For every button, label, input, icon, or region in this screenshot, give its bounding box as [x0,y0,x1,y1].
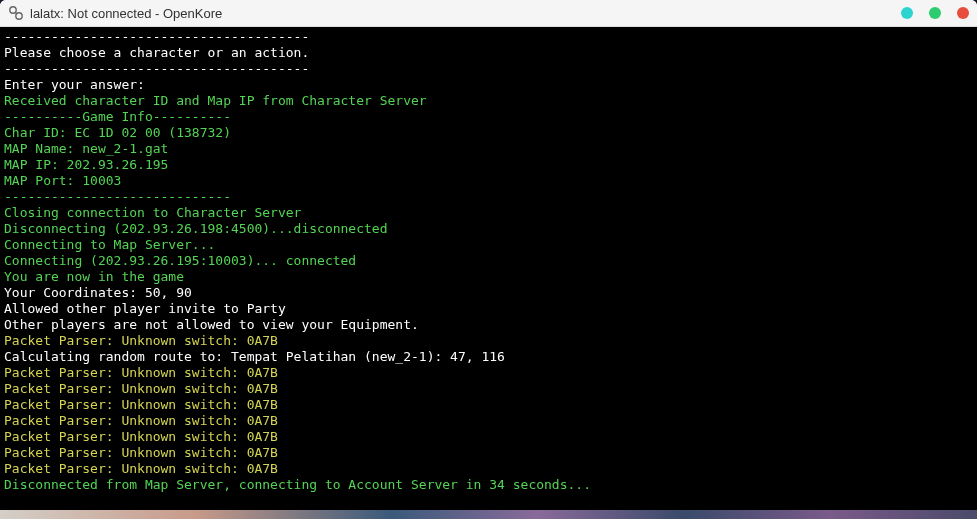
svg-point-0 [10,7,16,13]
terminal-line: Enter your answer: [4,77,973,93]
terminal-line: Other players are not allowed to view yo… [4,317,973,333]
terminal-line: ----------Game Info---------- [4,109,973,125]
terminal-line: Disconnecting (202.93.26.198:4500)...dis… [4,221,973,237]
terminal-line: Packet Parser: Unknown switch: 0A7B [4,461,973,477]
terminal-line: Char ID: EC 1D 02 00 (138732) [4,125,973,141]
terminal-line: MAP IP: 202.93.26.195 [4,157,973,173]
terminal-line: Packet Parser: Unknown switch: 0A7B [4,413,973,429]
svg-point-1 [16,13,22,19]
terminal-line: MAP Name: new_2-1.gat [4,141,973,157]
terminal-line: ----------------------------- [4,189,973,205]
terminal-line: --------------------------------------- [4,29,973,45]
close-button[interactable] [957,7,969,19]
app-icon [8,5,24,21]
terminal-line: Your Coordinates: 50, 90 [4,285,973,301]
terminal-line: Allowed other player invite to Party [4,301,973,317]
terminal-line: Received character ID and Map IP from Ch… [4,93,973,109]
terminal-line: Packet Parser: Unknown switch: 0A7B [4,429,973,445]
terminal-line: Packet Parser: Unknown switch: 0A7B [4,445,973,461]
terminal-line: You are now in the game [4,269,973,285]
terminal-line: Closing connection to Character Server [4,205,973,221]
taskbar[interactable] [0,510,977,519]
minimize-button[interactable] [901,7,913,19]
terminal-line: Disconnected from Map Server, connecting… [4,477,973,493]
terminal-line: Calculating random route to: Tempat Pela… [4,349,973,365]
terminal-line: Packet Parser: Unknown switch: 0A7B [4,381,973,397]
terminal-line: Packet Parser: Unknown switch: 0A7B [4,365,973,381]
terminal-line: MAP Port: 10003 [4,173,973,189]
window-controls [901,0,969,26]
terminal-line: Connecting (202.93.26.195:10003)... conn… [4,253,973,269]
terminal-line: Connecting to Map Server... [4,237,973,253]
terminal-line: Packet Parser: Unknown switch: 0A7B [4,333,973,349]
maximize-button[interactable] [929,7,941,19]
terminal-line: Please choose a character or an action. [4,45,973,61]
titlebar[interactable]: lalatx: Not connected - OpenKore [0,0,977,27]
app-window: lalatx: Not connected - OpenKore -------… [0,0,977,510]
window-title: lalatx: Not connected - OpenKore [30,6,222,21]
terminal-output[interactable]: ---------------------------------------P… [0,27,977,513]
terminal-line: --------------------------------------- [4,61,973,77]
terminal-line: Packet Parser: Unknown switch: 0A7B [4,397,973,413]
